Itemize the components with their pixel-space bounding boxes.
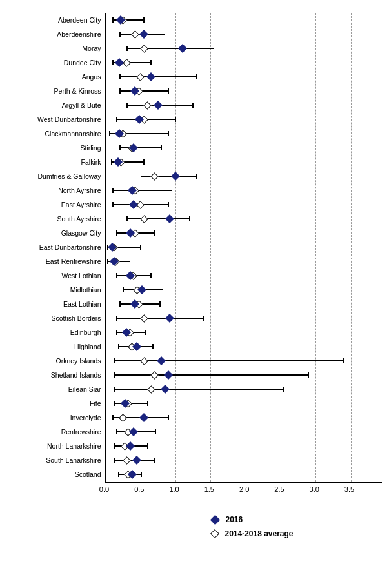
row-label: North Lanarkshire [8,439,105,453]
cap-left [118,344,119,349]
cap-right [143,17,145,23]
row-label: South Lanarkshire [8,453,105,467]
cap-left [141,174,142,179]
filled-diamond [115,58,124,67]
row-label: East Dunbartonshire [8,240,105,254]
row-label: Shetland Islands [8,368,105,382]
row-label: Clackmannanshire [8,127,105,141]
data-row [106,84,382,98]
cap-right [154,230,155,236]
data-row [106,112,382,127]
cap-right [150,60,152,65]
x-axis-labels: 0.00.51.01.52.02.53.03.5 [105,483,382,496]
cap-left [114,401,115,406]
cap-left [114,387,115,392]
row-label: Angus [8,70,105,84]
cap-right [161,145,162,150]
cap-right [147,443,148,449]
outline-diamond [140,215,148,223]
rows-container [106,13,382,482]
row-label: West Dunbartonshire [8,112,105,127]
row-label: Aberdeenshire [8,27,105,41]
filled-diamond [129,200,138,209]
legend-2016-label: 2016 [225,515,243,524]
data-row [106,98,382,112]
row-label: Fife [8,396,105,411]
cap-left [118,472,119,477]
filled-diamond [125,228,134,238]
cap-right [165,32,166,37]
data-row [106,27,382,41]
cap-left [126,216,128,221]
cap-right [192,103,194,108]
row-label: Highland [8,340,105,354]
cap-left [114,358,115,363]
data-row [106,311,382,325]
cap-right [152,344,154,349]
error-bar [112,190,172,191]
cap-left [123,287,125,292]
legend-item-average: 2014-2018 average [212,529,293,538]
cap-left [119,74,121,79]
outline-diamond [140,45,148,53]
filled-diamond [146,72,155,81]
cap-left [114,443,115,449]
filled-diamond [125,441,134,451]
row-label: Stirling [8,141,105,155]
error-bar [114,389,284,390]
error-bar [114,374,309,376]
data-row [106,212,382,226]
cap-right [172,188,173,193]
cap-right [168,131,169,136]
row-label: East Lothian [8,297,105,311]
cap-left [119,88,121,94]
cap-right [214,46,215,51]
outline-diamond [147,385,155,394]
cap-right [283,387,284,392]
cap-left [119,301,121,307]
data-row [106,354,382,368]
outline-diamond [150,371,159,380]
data-row [106,325,382,340]
outline-diamond [140,314,148,323]
cap-right [196,74,197,79]
row-label: Perth & Kinross [8,84,105,98]
data-row [106,56,382,70]
legend: 2016 2014-2018 average [212,515,293,538]
cap-left [116,230,117,236]
row-label: Argyll & Bute [8,98,105,112]
filled-diamond [161,385,170,394]
x-axis-label: 0.5 [134,485,144,493]
cap-left [107,259,108,264]
row-label: Orkney Islands [8,354,105,368]
cap-right [189,216,190,221]
row-label: Scottish Borders [8,311,105,325]
data-row [106,169,382,183]
error-bar [119,147,161,148]
cap-right [308,372,309,378]
cap-left [112,60,114,65]
cap-right [163,287,164,292]
cap-left [116,429,117,434]
filled-diamond [109,257,118,266]
x-axis-label: 1.0 [169,485,179,493]
cap-right [130,259,131,264]
row-label: Falkirk [8,155,105,169]
filled-diamond [132,342,141,351]
data-row [106,183,382,198]
row-label: Aberdeen City [8,13,105,27]
filled-diamond [129,427,138,436]
outline-diamond [136,73,145,81]
chart-container: Aberdeen CityAberdeenshireMorayDundee Ci… [8,6,382,502]
cap-right [143,159,145,165]
row-label: Glasgow City [8,226,105,240]
data-row [106,396,382,411]
filled-diamond [171,172,180,181]
x-axis-label: 2.5 [274,485,284,493]
row-label: Dundee City [8,56,105,70]
cap-right [141,472,143,477]
error-bar [116,318,204,319]
outline-diamond [143,101,152,110]
cap-right [168,202,169,207]
data-row [106,13,382,27]
